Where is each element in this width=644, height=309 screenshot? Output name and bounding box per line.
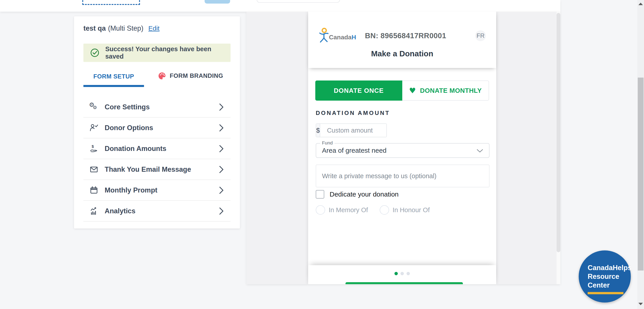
fund-select-label: Fund [320, 140, 334, 146]
settings-list: ⚙⚙ Core Settings Donor Options [74, 97, 240, 222]
charity-bn: BN: 896568417RR0001 [365, 32, 446, 40]
tab-form-branding-label: FORM BRANDING [170, 72, 223, 79]
donate-frequency-tabs: DONATE ONCE ♥ DONATE MONTHLY [315, 80, 489, 100]
list-item-donor-options[interactable]: Donor Options [84, 118, 230, 138]
donor-check-icon [89, 124, 99, 132]
list-item-label: Thank You Email Message [105, 166, 219, 174]
scrollbar-thumb[interactable] [638, 78, 644, 270]
canadahelps-logo: CanadaHelps [318, 27, 356, 44]
form-preview-region: CanadaHelps BN: 896568417RR0001 FR Make … [246, 12, 560, 284]
list-item-label: Core Settings [105, 103, 219, 111]
carousel-dot-3[interactable] [406, 272, 410, 275]
svg-text:$: $ [92, 144, 94, 149]
top-toolbar-strip [0, 0, 560, 12]
list-item-label: Analytics [105, 207, 219, 215]
chevron-right-icon [219, 186, 224, 194]
form-type: (Multi Step) [108, 24, 143, 32]
resource-badge-underline [588, 292, 624, 294]
carousel-dot-1[interactable] [394, 272, 398, 275]
list-item-label: Donor Options [105, 124, 219, 132]
list-item-thank-you-email[interactable]: Thank You Email Message [84, 159, 230, 180]
list-item-monthly-prompt[interactable]: Monthly Prompt [84, 180, 230, 201]
donate-button-partial[interactable] [346, 282, 463, 284]
tab-form-branding[interactable]: FORM BRANDING [158, 72, 223, 87]
palette-icon [158, 72, 166, 80]
donation-card-header: CanadaHelps BN: 896568417RR0001 FR Make … [308, 12, 496, 68]
donation-form-card: CanadaHelps BN: 896568417RR0001 FR Make … [308, 12, 496, 284]
private-message-field [316, 164, 490, 187]
custom-amount-input[interactable] [320, 124, 411, 137]
analytics-icon [89, 206, 99, 216]
resource-badge-line1: CanadaHelps [588, 264, 632, 272]
gears-icon: ⚙⚙ [89, 102, 99, 112]
list-item-label: Monthly Prompt [105, 186, 219, 194]
in-memory-label: In Memory Of [329, 206, 368, 214]
in-honour-radio[interactable] [380, 205, 389, 215]
form-name: test qa [84, 24, 106, 32]
editor-tabs: FORM SETUP FORM BRANDING [84, 72, 223, 87]
chevron-right-icon [219, 166, 224, 174]
donation-amount-heading: DONATION AMOUNT [316, 110, 390, 116]
list-item-label: Donation Amounts [105, 145, 219, 153]
donate-once-label: DONATE ONCE [334, 87, 384, 94]
currency-symbol: $ [316, 124, 320, 137]
carousel-footer [308, 265, 496, 284]
tab-form-setup[interactable]: FORM SETUP [84, 73, 144, 87]
fund-select[interactable]: Fund Area of greatest need [316, 143, 490, 158]
check-circle-icon [90, 48, 100, 58]
carousel-dot-2[interactable] [400, 272, 404, 275]
in-honour-label: In Honour Of [393, 206, 430, 214]
form-title-row: test qa (Multi Step) Edit [84, 24, 160, 32]
resource-badge-line2: Resource [588, 272, 632, 281]
dedicate-row: Dedicate your donation [316, 190, 399, 198]
dedication-type-radios: In Memory Of In Honour Of [316, 205, 430, 215]
fund-select-value: Area of greatest need [322, 147, 386, 154]
dedicate-label: Dedicate your donation [330, 190, 399, 198]
language-toggle-fr[interactable]: FR [475, 30, 486, 41]
heart-icon: ♥ [409, 87, 416, 94]
donate-monthly-label: DONATE MONTHLY [420, 87, 482, 94]
preview-scrollbar-thumb[interactable] [556, 13, 560, 252]
private-message-input[interactable] [316, 165, 489, 187]
svg-text:CanadaHelps: CanadaHelps [329, 34, 356, 41]
success-banner: Success! Your changes have been saved [84, 44, 230, 62]
dedicate-checkbox[interactable] [316, 190, 324, 198]
resource-center-badge[interactable]: CanadaHelps Resource Center [579, 250, 631, 302]
custom-amount-field: $ [316, 124, 387, 137]
in-memory-radio[interactable] [316, 205, 325, 215]
chevron-right-icon [219, 124, 224, 132]
browser-scrollbar[interactable] [637, 0, 644, 309]
calendar-icon [89, 186, 99, 195]
list-item-core-settings[interactable]: ⚙⚙ Core Settings [84, 97, 230, 118]
chevron-right-icon [219, 103, 224, 111]
success-message: Success! Your changes have been saved [105, 46, 230, 60]
scrollbar-down-arrow[interactable] [638, 303, 643, 305]
donation-form-title: Make a Donation [308, 49, 496, 58]
resource-badge-line3: Center [588, 281, 632, 290]
tab-form-setup-label: FORM SETUP [93, 73, 134, 80]
edit-form-name-link[interactable]: Edit [148, 25, 160, 32]
form-editor-panel: test qa (Multi Step) Edit Success! Your … [74, 16, 240, 228]
donate-monthly-tab[interactable]: ♥ DONATE MONTHLY [402, 80, 489, 100]
list-item-donation-amounts[interactable]: $ Donation Amounts [84, 138, 230, 159]
list-item-analytics[interactable]: Analytics [84, 201, 230, 222]
scrollbar-up-arrow[interactable] [638, 3, 643, 5]
resource-badge-text: CanadaHelps Resource Center [588, 264, 632, 290]
carousel-dots [308, 272, 496, 275]
toolbar-input-partial[interactable] [257, 0, 340, 3]
donate-once-tab[interactable]: DONATE ONCE [315, 80, 402, 100]
focus-outline-box [82, 0, 140, 5]
hand-dollar-icon: $ [89, 144, 99, 153]
toolbar-blue-button[interactable] [204, 0, 230, 4]
chevron-right-icon [219, 145, 224, 153]
envelope-icon [89, 165, 99, 174]
chevron-right-icon [219, 207, 224, 215]
chevron-down-icon [476, 149, 483, 153]
